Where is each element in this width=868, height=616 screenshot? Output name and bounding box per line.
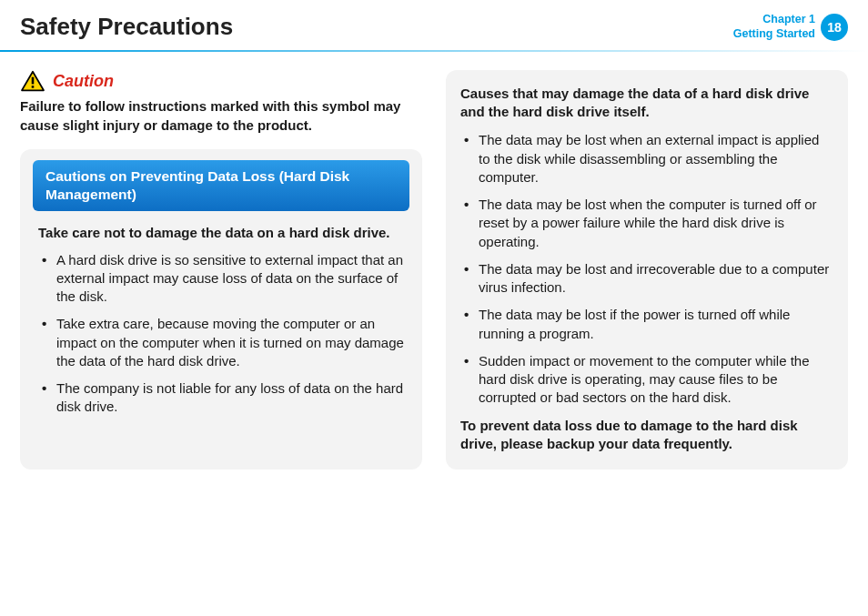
page-header: Safety Precautions Chapter 1 Getting Sta… [0, 0, 868, 41]
right-column: Causes that may damage the data of a har… [446, 70, 848, 470]
list-item: The data may be lost if the power is tur… [464, 306, 833, 343]
caution-heading: Caution [20, 70, 422, 92]
chapter-label: Chapter 1 [733, 13, 815, 27]
list-item: A hard disk drive is so sensitive to ext… [42, 251, 404, 307]
left-panel: Cautions on Preventing Data Loss (Hard D… [20, 149, 422, 470]
header-right: Chapter 1 Getting Started 18 [733, 13, 848, 41]
list-item: The data may be lost when an external im… [464, 131, 833, 187]
left-bullets: A hard disk drive is so sensitive to ext… [38, 251, 404, 417]
header-rule [0, 50, 868, 52]
left-subhead: Take care not to damage the data on a ha… [38, 224, 404, 242]
page-number: 18 [827, 20, 842, 35]
page-number-badge: 18 [821, 14, 848, 41]
svg-rect-0 [32, 77, 35, 85]
list-item: The data may be lost when the computer i… [464, 196, 833, 251]
caution-text: Failure to follow instructions marked wi… [20, 97, 422, 135]
list-item: The company is not liable for any loss o… [42, 379, 404, 417]
svg-rect-1 [32, 86, 35, 88]
caution-label: Caution [53, 72, 114, 91]
right-bullets: The data may be lost when an external im… [460, 131, 833, 407]
chapter-subtitle: Getting Started [733, 27, 815, 42]
content-area: Caution Failure to follow instructions m… [0, 41, 868, 490]
list-item: The data may be lost and irrecoverable d… [464, 260, 833, 298]
warning-triangle-icon [20, 70, 45, 92]
page-title: Safety Precautions [20, 13, 233, 41]
data-loss-banner: Cautions on Preventing Data Loss (Hard D… [33, 160, 409, 211]
list-item: Take extra care, because moving the comp… [42, 315, 404, 370]
chapter-block: Chapter 1 Getting Started [733, 13, 815, 41]
list-item: Sudden impact or movement to the compute… [464, 352, 833, 408]
right-panel: Causes that may damage the data of a har… [446, 70, 848, 470]
closing-text: To prevent data loss due to damage to th… [460, 417, 833, 454]
left-column: Caution Failure to follow instructions m… [20, 70, 422, 470]
causes-heading: Causes that may damage the data of a har… [460, 85, 833, 120]
